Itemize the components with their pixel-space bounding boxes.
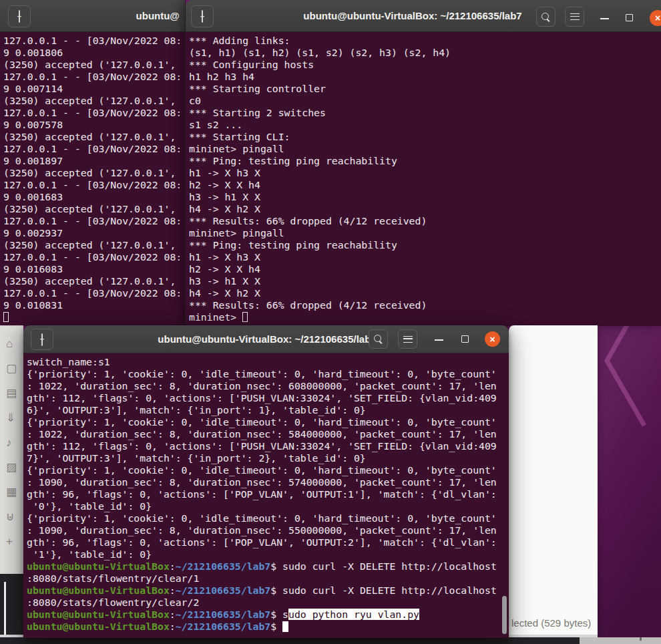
lower-left-panel [0,574,23,637]
terminal-line: 127.0.0.1 - - [03/Nov/2022 08: [3,107,185,119]
music-icon[interactable]: ♪ [0,430,23,455]
terminal-line: : 1090, 'duration_sec': 8, 'duration_nse… [27,524,509,536]
terminal-line: 9 0.001897 [3,155,185,167]
terminal-line: '0'}, 'table_id': 0} [27,500,509,512]
terminal-line: mininet> pingall [189,227,661,239]
new-tab-button[interactable] [8,5,31,27]
terminal-line: 9 0.010831 [3,299,185,311]
terminal-line: {'priority': 1, 'cookie': 0, 'idle_timeo… [27,368,509,380]
files-content-panel: lected (529 bytes) [509,325,598,637]
terminal-output-area[interactable]: switch_name:s1{'priority': 1, 'cookie': … [23,353,509,638]
terminal-line: 9 0.007114 [3,83,185,95]
terminal-line: 127.0.0.1 - - [03/Nov/2022 08: [3,71,185,83]
terminal-line: *** Adding links: [189,35,661,47]
terminal-line: 6}', 'OUTPUT:3'], 'match': {'in_port': 1… [27,404,509,416]
window-title: ubuntu@ubuntu-VirtualBox: ~/212106635/la… [90,325,444,353]
terminal-line: *** Ping: testing ping reachability [189,155,661,167]
downloads-icon[interactable]: ⇓ [0,406,23,430]
terminal-line: switch_name:s1 [27,356,509,368]
terminal-line: mininet> [189,311,661,323]
bottom-strip-dark [0,637,580,644]
terminal-window-controller-log: ubuntu@ 127.0.0.1 - - [03/Nov/2022 08:9 … [0,0,185,326]
terminal-line: h3 -> h1 X X [189,275,661,287]
desktop-wallpaper [596,324,661,644]
terminal-line: 9 0.007578 [3,119,185,131]
terminal-line: h1 -> X h3 X [189,251,661,263]
new-tab-button[interactable] [191,5,214,27]
close-button[interactable]: × [485,331,500,347]
titlebar[interactable]: ubuntu@ubuntu-VirtualBox: ~/212106635/la… [186,0,661,32]
terminal-line: mininet> pingall [189,143,661,155]
terminal-line: 127.0.0.1 - - [03/Nov/2022 08: [3,251,185,263]
terminal-line: 127.0.0.1 - - [03/Nov/2022 08: [3,287,185,299]
terminal-line: 127.0.0.1 - - [03/Nov/2022 08: [3,35,185,47]
maximize-button[interactable] [626,14,633,21]
other-locations-icon[interactable]: + [0,529,23,554]
new-tab-button[interactable] [31,329,53,350]
close-button[interactable]: × [650,10,661,26]
bottom-strip-grey [580,637,661,644]
search-button[interactable] [536,7,556,27]
titlebar[interactable]: ubuntu@ [0,0,185,32]
terminal-line: (3250) accepted ('127.0.0.1', [3,131,185,143]
terminal-line: ubuntu@ubuntu-VirtualBox:~/212106635/lab… [27,560,509,573]
terminal-line: gth': 96, 'flags': 0, 'actions': ['POP_V… [27,536,509,548]
terminal-line: 7}', 'OUTPUT:3'], 'match': {'in_port': 2… [27,452,509,464]
terminal-line: 9 0.016083 [3,263,185,275]
terminal-line: (3250) accepted ('127.0.0.1', [3,203,185,215]
terminal-line: (3250) accepted ('127.0.0.1', [3,95,185,107]
terminal-line: h2 -> X X h4 [189,263,661,275]
terminal-line: h1 -> X h3 X [189,167,661,179]
terminal-output-area[interactable]: 127.0.0.1 - - [03/Nov/2022 08:9 0.001806… [0,32,185,326]
terminal-line [3,311,185,323]
terminal-line: (3250) accepted ('127.0.0.1', [3,59,185,71]
terminal-line: gth': 96, 'flags': 0, 'actions': ['POP_V… [27,488,509,500]
scrollbar[interactable] [4,582,6,635]
documents-icon[interactable]: ▤ [0,381,23,406]
terminal-line: h3 -> h1 X X [189,191,661,203]
terminal-line: 127.0.0.1 - - [03/Nov/2022 08: [3,215,185,227]
terminal-line: 127.0.0.1 - - [03/Nov/2022 08: [3,179,185,191]
terminal-line: 127.0.0.1 - - [03/Nov/2022 08: [3,143,185,155]
menu-button[interactable] [398,329,417,349]
pictures-icon[interactable]: ▨ [0,455,23,480]
terminal-line: (3250) accepted ('127.0.0.1', [3,239,185,251]
videos-icon[interactable]: ▦ [0,480,23,504]
search-icon [541,13,550,21]
trash-icon[interactable]: ⊎ [0,504,23,529]
terminal-output-area[interactable]: *** Adding links:(s1, h1) (s1, h2) (s1, … [186,32,661,326]
hamburger-menu-icon [570,13,580,20]
titlebar[interactable]: ubuntu@ubuntu-VirtualBox: ~/212106635/la… [23,325,509,353]
terminal-line: (3250) accepted ('127.0.0.1', [3,167,185,179]
terminal-line: *** Results: 66% dropped (4/12 received) [189,215,661,227]
terminal-line: *** Starting controller [189,83,661,95]
maximize-button[interactable] [461,335,469,343]
terminal-line: :8080/stats/flowentry/clear/1 [27,573,509,585]
terminal-line: *** Configuring hosts [189,59,661,71]
terminal-line: *** Results: 66% dropped (4/12 received) [189,299,661,311]
terminal-line: 9 0.001683 [3,191,185,203]
menu-button[interactable] [565,7,584,27]
home-icon[interactable]: ⌂ [0,331,23,356]
minimize-button[interactable] [600,18,609,19]
files-sidebar[interactable]: ⌂▢▤⇓♪▨▦⊎+ [0,325,23,574]
terminal-line: '1'}, 'table_id': 0} [27,548,509,560]
terminal-window-mininet: ubuntu@ubuntu-VirtualBox: ~/212106635/la… [185,0,661,326]
scrollbar-thumb[interactable] [502,596,507,634]
terminal-line: {'priority': 1, 'cookie': 0, 'idle_timeo… [27,464,509,476]
terminal-line: h4 -> X h2 X [189,203,661,215]
minimize-button[interactable] [435,339,443,341]
terminal-line: s1 s2 ... [189,119,661,131]
close-icon: × [489,335,495,344]
terminal-line: ubuntu@ubuntu-VirtualBox:~/212106635/lab… [27,609,509,621]
terminal-line: h4 -> X h2 X [189,287,661,299]
terminal-line: h2 -> X X h4 [189,179,661,191]
desktop-icon[interactable]: ▢ [0,356,23,381]
terminal-line: : 1022, 'duration_sec': 8, 'duration_nse… [27,380,509,392]
terminal-line: {'priority': 1, 'cookie': 0, 'idle_timeo… [27,416,509,428]
terminal-window-flow-stats: ubuntu@ubuntu-VirtualBox: ~/212106635/la… [23,325,509,638]
terminal-line: gth': 112, 'flags': 0, 'actions': ['PUSH… [27,392,509,404]
terminal-line: (3250) accepted ('127.0.0.1', [3,275,185,287]
search-button[interactable] [369,329,388,349]
terminal-line: h1 h2 h3 h4 [189,71,661,83]
